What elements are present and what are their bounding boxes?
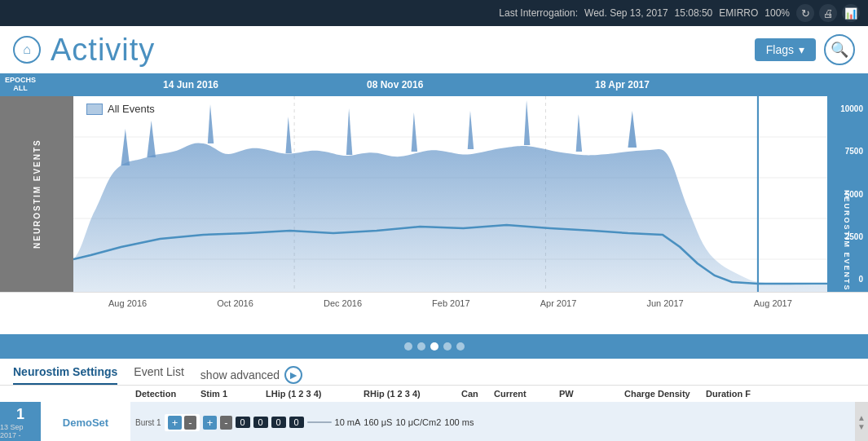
timeline-date-1: 14 Jun 2016 — [163, 79, 218, 90]
chart-svg — [73, 96, 827, 292]
val-0-c: 0 — [271, 417, 286, 428]
row-number: 1 — [16, 406, 24, 423]
sync-icon[interactable]: ↻ — [796, 4, 814, 22]
x-tick-jun17: Jun 2017 — [646, 298, 683, 308]
th-stim1: Stim 1 — [196, 389, 261, 399]
burst-label: Burst 1 — [135, 418, 161, 427]
can-val — [307, 421, 332, 423]
flags-button[interactable]: Flags ▾ — [755, 38, 816, 61]
row-detection-cell[interactable]: DemoSet — [41, 402, 130, 441]
x-tick-aug16: Aug 2016 — [108, 298, 147, 308]
x-tick-oct16: Oct 2016 — [217, 298, 253, 308]
row-date: 13 Sep 2017 - — [0, 423, 41, 439]
nav-dot-5[interactable] — [456, 342, 465, 351]
legend-swatch — [86, 104, 103, 115]
stim-minus-button[interactable]: - — [184, 416, 196, 430]
stim-plus-2[interactable]: + — [203, 416, 218, 430]
scroll-arrow-icon: ▲▼ — [857, 413, 866, 431]
show-advanced-button[interactable]: show advanced ► — [200, 366, 302, 384]
row-number-cell: 1 13 Sep 2017 - — [0, 402, 41, 441]
chevron-down-icon: ▾ — [799, 43, 804, 56]
chart-main: All Events — [73, 96, 827, 292]
th-duration: Duration F — [701, 389, 766, 399]
patient-id: EMIRRO — [719, 7, 758, 19]
chart-section: EPOCHS ALL 14 Jun 2016 08 Nov 2016 18 Ap… — [0, 73, 868, 334]
table-row: 1 13 Sep 2017 - DemoSet Burst 1 + - + - … — [0, 402, 868, 441]
battery-level: 100% — [764, 7, 790, 19]
print-icon[interactable]: 🖨 — [819, 4, 837, 22]
x-tick-aug17: Aug 2017 — [754, 298, 792, 308]
scroll-indicator[interactable]: ▲▼ — [855, 402, 868, 441]
page-title: Activity — [51, 33, 155, 68]
bottom-panel: Neurostim Settings Event List show advan… — [0, 359, 868, 441]
chart-icon[interactable]: 📊 — [842, 4, 860, 22]
search-icon: 🔍 — [831, 41, 848, 59]
pw-val: 160 μS — [364, 417, 392, 427]
duration-val: 100 ms — [444, 417, 474, 427]
row-data-cells: Burst 1 + - + - 0 0 0 0 10 mA 160 μS 10 … — [130, 402, 855, 441]
chart-area: NEUROSTIM EVENTS All Events — [0, 96, 868, 292]
header: ⌂ Activity Flags ▾ 🔍 — [0, 26, 868, 73]
y-axis-right: 10000 7500 5000 2500 0 NEUROSTIM EVENTS — [827, 96, 868, 292]
y-axis-left: NEUROSTIM EVENTS — [0, 96, 73, 292]
interrogation-label: Last Interrogation: — [499, 7, 578, 19]
th-detection: Detection — [130, 389, 196, 399]
interrogation-time: 15:08:50 — [675, 7, 713, 19]
stim-plus-button[interactable]: + — [168, 416, 183, 430]
x-axis: Aug 2016 Oct 2016 Dec 2016 Feb 2017 Apr … — [0, 292, 868, 313]
th-charge: Charge Density — [619, 389, 701, 399]
show-advanced-label: show advanced — [200, 368, 280, 381]
dots-navigation — [0, 334, 868, 359]
val-0-a: 0 — [236, 417, 250, 428]
val-0-d: 0 — [289, 417, 304, 428]
stim-minus-2[interactable]: - — [220, 416, 231, 430]
x-tick-feb17: Feb 2017 — [432, 298, 469, 308]
th-pw: PW — [554, 389, 619, 399]
nav-dot-4[interactable] — [443, 342, 452, 351]
legend-label: All Events — [108, 103, 155, 115]
current-val: 10 mA — [335, 417, 361, 427]
timeline-date-3: 18 Apr 2017 — [595, 79, 650, 90]
timeline-bar: EPOCHS ALL 14 Jun 2016 08 Nov 2016 18 Ap… — [0, 73, 868, 96]
charge-density-val: 10 μC/Cm2 — [395, 417, 441, 427]
row-detection-name: DemoSet — [63, 417, 108, 429]
table-header: Detection Stim 1 LHip (1 2 3 4) RHip (1 … — [0, 385, 868, 402]
timeline-date-2: 08 Nov 2016 — [367, 79, 423, 90]
stim-control-1: + - — [165, 414, 200, 431]
nav-dot-1[interactable] — [404, 342, 412, 351]
x-tick-dec16: Dec 2016 — [324, 298, 362, 308]
tabs-row: Neurostim Settings Event List show advan… — [0, 359, 868, 385]
tab-event-list[interactable]: Event List — [134, 365, 183, 385]
tab-neurostim-settings[interactable]: Neurostim Settings — [13, 365, 117, 385]
epochs-label-right: EPOCHS ALL — [0, 73, 41, 96]
top-bar: Last Interrogation: Wed. Sep 13, 2017 15… — [0, 0, 868, 26]
search-button[interactable]: 🔍 — [824, 34, 855, 65]
home-icon: ⌂ — [23, 42, 31, 57]
interrogation-date: Wed. Sep 13, 2017 — [584, 7, 668, 19]
th-can: Can — [456, 389, 489, 399]
x-tick-apr17: Apr 2017 — [540, 298, 577, 308]
advanced-arrow-icon: ► — [284, 366, 302, 384]
val-0-b: 0 — [253, 417, 268, 428]
nav-dot-2[interactable] — [417, 342, 425, 351]
th-rhip: RHip (1 2 3 4) — [359, 389, 456, 399]
th-current: Current — [489, 389, 554, 399]
chart-legend: All Events — [86, 103, 155, 115]
nav-dot-3[interactable] — [430, 342, 438, 351]
th-lhip: LHip (1 2 3 4) — [261, 389, 359, 399]
y-axis-right-label: NEUROSTIM EVENTS — [827, 96, 868, 292]
home-button[interactable]: ⌂ — [13, 36, 41, 64]
